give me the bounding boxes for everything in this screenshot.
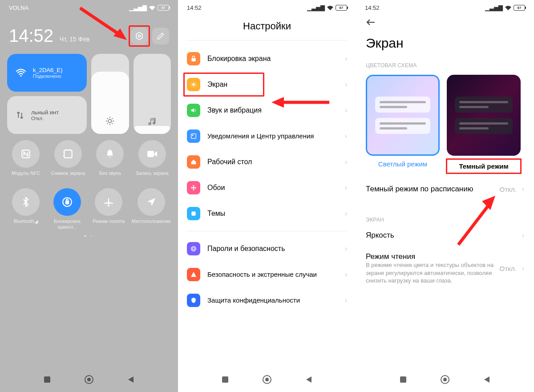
qs-mute[interactable]: Без звука	[91, 140, 129, 182]
qs-airplane[interactable]: Режим полета	[90, 188, 127, 230]
battery-icon: 87	[158, 5, 169, 11]
settings-item-emergency[interactable]: Безопасность и экстренные случаи›	[181, 262, 353, 287]
svg-rect-10	[66, 201, 69, 204]
svg-point-20	[194, 187, 196, 189]
settings-item-security[interactable]: Пароли и безопасность›	[181, 236, 353, 262]
wifi-icon	[505, 5, 512, 11]
nav-recents[interactable]	[222, 376, 229, 385]
reading-mode-row[interactable]: Режим чтения В режиме чтения цвета и тек…	[356, 246, 534, 291]
back-button[interactable]	[356, 13, 534, 28]
page-title: Экран	[356, 28, 534, 61]
lock-icon	[187, 52, 200, 65]
nav-back[interactable]	[127, 376, 134, 385]
settings-item-notifications[interactable]: Уведомления и Центр управления›	[181, 123, 353, 149]
home-icon	[187, 155, 200, 169]
phone-settings: 14:52 ▁▃▅▇ 87 Настройки Блокировка экран…	[178, 0, 356, 392]
svg-rect-16	[191, 134, 196, 139]
svg-point-25	[192, 247, 194, 250]
settings-item-home[interactable]: Рабочий стол›	[181, 149, 353, 175]
chevron-right-icon: ›	[522, 231, 524, 239]
data-arrows-icon	[15, 110, 25, 120]
nav-bar	[178, 369, 356, 392]
page-title: Настройки	[178, 13, 356, 40]
svg-point-21	[193, 189, 194, 190]
settings-item-themes[interactable]: Темы›	[181, 201, 353, 226]
annotation-highlight	[183, 73, 264, 97]
dark-mode-card[interactable]: Темный режим	[447, 75, 521, 174]
svg-point-19	[193, 185, 194, 187]
nav-home[interactable]	[440, 375, 450, 386]
nav-back[interactable]	[483, 376, 490, 385]
dark-mode-schedule-row[interactable]: Темный режим по расписанию Откл. ›	[356, 178, 534, 200]
settings-item-sound[interactable]: Звук и вибрация›	[181, 97, 353, 123]
svg-point-18	[193, 187, 194, 189]
settings-item-privacy[interactable]: Защита конфиденциальности›	[181, 287, 353, 313]
wifi-ssid: k_2DA6_E)	[33, 67, 62, 73]
battery-icon: 87	[514, 5, 525, 11]
svg-rect-26	[222, 376, 228, 383]
annotation-highlight	[129, 25, 150, 47]
brightness-icon	[105, 116, 115, 128]
status-bar: 14:52 ▁▃▅▇ 87	[178, 0, 356, 13]
nav-recents[interactable]	[400, 376, 407, 385]
edit-button[interactable]	[152, 28, 169, 44]
qs-location[interactable]: Местоположение	[132, 188, 171, 230]
svg-rect-29	[400, 376, 406, 383]
brightness-row[interactable]: Яркость ›	[356, 225, 534, 246]
music-icon	[148, 117, 157, 128]
signal-icon: ▁▃▅▇	[307, 4, 325, 11]
settings-item-wallpaper[interactable]: Обои›	[181, 175, 353, 201]
status-time: 14:52	[187, 4, 202, 11]
notifications-icon	[187, 129, 200, 143]
warning-icon	[187, 268, 200, 281]
nav-bar	[0, 369, 178, 392]
qs-record[interactable]: Запись экрана	[134, 140, 171, 182]
svg-point-31	[443, 378, 447, 381]
svg-rect-14	[191, 58, 195, 61]
chevron-right-icon: ›	[345, 132, 347, 140]
svg-rect-8	[147, 151, 154, 157]
page-dots: ● ○	[0, 230, 178, 238]
carrier-label: VOLNA	[9, 4, 28, 11]
chevron-right-icon: ›	[522, 264, 524, 272]
svg-point-4	[150, 123, 151, 125]
signal-icon: ▁▃▅▇	[129, 4, 147, 11]
status-bar: 14:52 ▁▃▅▇ 87	[356, 0, 534, 13]
nav-back[interactable]	[305, 376, 312, 385]
svg-point-3	[109, 119, 112, 122]
section-header: ЦВЕТОВАЯ СХЕМА	[356, 61, 534, 70]
svg-rect-7	[64, 150, 72, 158]
status-time: 14:52	[365, 4, 380, 11]
svg-point-2	[20, 75, 21, 76]
nav-home[interactable]	[84, 375, 94, 386]
volume-slider[interactable]	[134, 54, 171, 134]
wifi-tile[interactable]: k_2DA6_E) Подключено	[7, 54, 87, 92]
settings-gear-button[interactable]	[131, 28, 148, 44]
wifi-icon	[149, 5, 156, 11]
qs-bluetooth[interactable]: Bluetooth◢	[7, 188, 44, 230]
signal-icon: ▁▃▅▇	[485, 4, 503, 11]
mobile-data-tile[interactable]: льный инт Откл.	[7, 96, 87, 134]
flower-icon	[187, 181, 200, 194]
phone-control-center: VOLNA ▁▃▅▇ 87 14:52 Чт, 15 Фев k_2DA6_E)…	[0, 0, 178, 392]
brightness-slider[interactable]	[91, 54, 129, 134]
settings-item-lockscreen[interactable]: Блокировка экрана›	[181, 46, 353, 72]
light-mode-card[interactable]: Светлый режим	[366, 75, 440, 174]
shield-icon	[187, 294, 200, 307]
svg-point-13	[87, 378, 91, 381]
qs-orientation-lock[interactable]: Блокировка ориент...	[49, 188, 85, 230]
chevron-right-icon: ›	[345, 106, 347, 114]
chevron-right-icon: ›	[345, 296, 347, 304]
nav-home[interactable]	[262, 375, 272, 386]
qs-nfc[interactable]: Модуль NFC	[7, 140, 45, 182]
phone-display-settings: 14:52 ▁▃▅▇ 87 Экран ЦВЕТОВАЯ СХЕМА Светл…	[356, 0, 534, 392]
settings-item-display[interactable]: Экран›	[181, 72, 353, 97]
dark-mode-label: Темный режим	[446, 158, 522, 174]
chevron-right-icon: ›	[345, 158, 347, 166]
svg-point-5	[154, 122, 155, 124]
qs-screenshot[interactable]: Снимок экрана	[49, 140, 87, 182]
nav-recents[interactable]	[44, 376, 51, 385]
wifi-icon	[327, 5, 334, 11]
chevron-right-icon: ›	[345, 210, 347, 218]
chevron-right-icon: ›	[345, 245, 347, 253]
